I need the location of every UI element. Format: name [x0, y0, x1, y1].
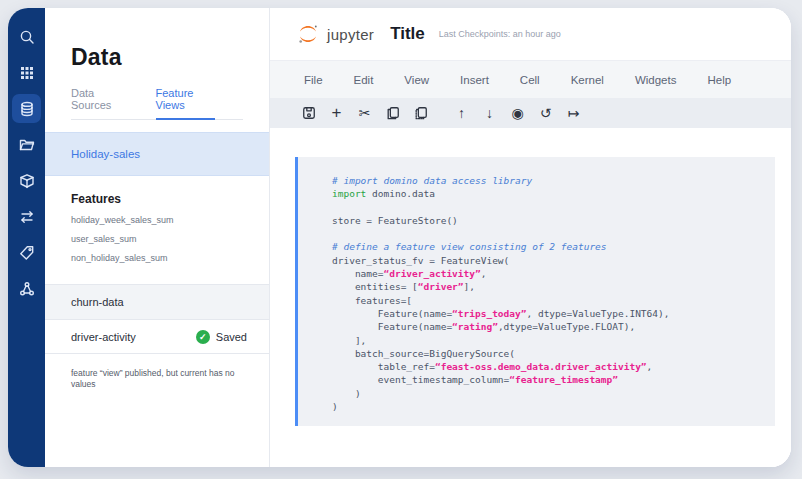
add-cell-icon[interactable]: +	[328, 103, 345, 123]
feature-view-label: driver-activity	[71, 331, 136, 343]
folder-icon[interactable]	[12, 130, 41, 159]
notebook-content: # import domino data access libraryimpor…	[270, 128, 791, 467]
restart-kernel-icon[interactable]: ↺	[537, 103, 554, 123]
code-editor[interactable]: # import domino data access libraryimpor…	[332, 174, 765, 426]
apps-grid-icon[interactable]	[12, 58, 41, 87]
menu-cell[interactable]: Cell	[514, 70, 546, 90]
feature-view-item-driver-activity[interactable]: driver-activity ✓ Saved	[45, 319, 269, 354]
move-cell-up-icon[interactable]: ↑	[453, 103, 470, 123]
publish-note: feature “view” published, but current ha…	[71, 368, 249, 390]
notebook-header: jupyter Title Last Checkpoints: an hour …	[270, 8, 791, 60]
notebook-panel: jupyter Title Last Checkpoints: an hour …	[270, 8, 791, 467]
menu-help[interactable]: Help	[701, 70, 737, 90]
feature-view-label: Holiday-sales	[71, 148, 140, 160]
copy-icon[interactable]	[384, 103, 401, 123]
jupyter-logo-icon	[297, 23, 319, 45]
tag-icon[interactable]	[12, 238, 41, 267]
feature-item: user_sales_sum	[71, 234, 269, 244]
menu-insert[interactable]: Insert	[454, 70, 495, 90]
notebook-title[interactable]: Title	[390, 24, 425, 44]
swap-arrows-icon[interactable]	[12, 202, 41, 231]
notebook-menubar: File Edit View Insert Cell Kernel Widget…	[270, 60, 791, 98]
menu-file[interactable]: File	[298, 70, 329, 90]
feature-item: non_holiday_sales_sum	[71, 253, 269, 263]
data-sidebar: Data Data Sources Feature Views Holiday-…	[45, 8, 270, 467]
feature-view-item-holiday-sales[interactable]: Holiday-sales	[45, 132, 269, 176]
feature-item: holiday_week_sales_sum	[71, 215, 269, 225]
features-heading: Features	[71, 192, 269, 206]
cut-icon[interactable]: ✂	[356, 103, 373, 123]
database-icon[interactable]	[12, 94, 41, 123]
notebook-toolbar: + ✂ ↑ ↓ ◉ ↺ ↦	[270, 98, 791, 128]
features-section: Features holiday_week_sales_sum user_sal…	[45, 176, 269, 263]
check-icon: ✓	[196, 330, 210, 344]
status-badge: ✓ Saved	[196, 330, 247, 344]
checkpoint-status: Last Checkpoints: an hour ago	[439, 29, 561, 39]
menu-view[interactable]: View	[398, 70, 435, 90]
menu-kernel[interactable]: Kernel	[565, 70, 610, 90]
move-cell-down-icon[interactable]: ↓	[481, 103, 498, 123]
run-step-icon[interactable]: ↦	[565, 103, 582, 123]
tab-feature-views[interactable]: Feature Views	[156, 87, 215, 120]
save-icon[interactable]	[300, 103, 317, 123]
paste-icon[interactable]	[412, 103, 429, 123]
network-share-icon[interactable]	[12, 274, 41, 303]
sidebar-tabs: Data Sources Feature Views	[71, 87, 243, 120]
status-badge-label: Saved	[216, 331, 247, 343]
app-window: Data Data Sources Feature Views Holiday-…	[8, 8, 791, 467]
package-box-icon[interactable]	[12, 166, 41, 195]
icon-rail	[8, 8, 45, 467]
feature-view-label: churn-data	[71, 296, 124, 308]
search-icon[interactable]	[12, 22, 41, 51]
run-record-icon[interactable]: ◉	[509, 103, 526, 123]
menu-widgets[interactable]: Widgets	[629, 70, 683, 90]
menu-edit[interactable]: Edit	[348, 70, 380, 90]
page-title: Data	[71, 44, 269, 71]
jupyter-wordmark: jupyter	[327, 26, 374, 43]
tab-data-sources[interactable]: Data Sources	[71, 87, 128, 119]
code-cell[interactable]: # import domino data access libraryimpor…	[295, 157, 775, 426]
feature-view-item-churn-data[interactable]: churn-data	[45, 284, 269, 319]
